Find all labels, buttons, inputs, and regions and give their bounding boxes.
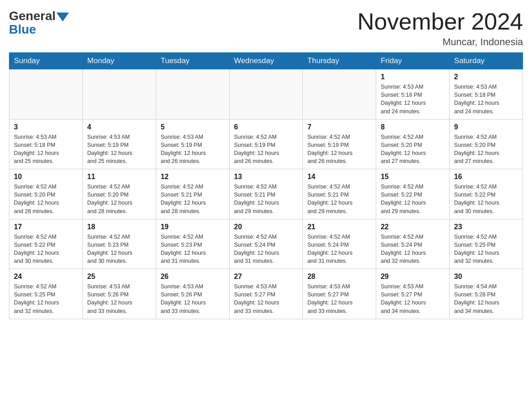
calendar-cell: 6Sunrise: 4:52 AM Sunset: 5:19 PM Daylig… [229, 119, 303, 169]
day-number: 4 [87, 123, 151, 131]
day-number: 13 [234, 173, 298, 181]
day-number: 28 [307, 273, 371, 281]
day-number: 10 [14, 173, 78, 181]
day-info: Sunrise: 4:52 AM Sunset: 5:24 PM Dayligh… [307, 233, 371, 265]
day-number: 8 [381, 123, 445, 131]
month-year-title: November 2024 [357, 9, 523, 34]
week-row-1: 1Sunrise: 4:53 AM Sunset: 5:18 PM Daylig… [9, 69, 523, 120]
day-info: Sunrise: 4:52 AM Sunset: 5:21 PM Dayligh… [234, 183, 298, 215]
calendar-table: SundayMondayTuesdayWednesdayThursdayFrid… [9, 52, 523, 319]
calendar-cell: 3Sunrise: 4:53 AM Sunset: 5:18 PM Daylig… [9, 119, 83, 169]
day-number: 3 [14, 123, 78, 131]
calendar-cell: 4Sunrise: 4:53 AM Sunset: 5:19 PM Daylig… [82, 119, 156, 169]
calendar-cell: 23Sunrise: 4:52 AM Sunset: 5:25 PM Dayli… [450, 219, 523, 269]
day-info: Sunrise: 4:52 AM Sunset: 5:20 PM Dayligh… [87, 183, 151, 215]
calendar-cell: 26Sunrise: 4:53 AM Sunset: 5:26 PM Dayli… [156, 269, 229, 319]
day-number: 19 [161, 223, 225, 231]
calendar-cell: 18Sunrise: 4:52 AM Sunset: 5:23 PM Dayli… [82, 219, 156, 269]
day-info: Sunrise: 4:52 AM Sunset: 5:20 PM Dayligh… [381, 133, 445, 166]
calendar-cell: 27Sunrise: 4:53 AM Sunset: 5:27 PM Dayli… [229, 269, 303, 319]
day-number: 9 [454, 123, 518, 131]
day-info: Sunrise: 4:53 AM Sunset: 5:27 PM Dayligh… [307, 283, 371, 315]
calendar-cell: 20Sunrise: 4:52 AM Sunset: 5:24 PM Dayli… [229, 219, 303, 269]
calendar-cell: 10Sunrise: 4:52 AM Sunset: 5:20 PM Dayli… [9, 169, 83, 219]
calendar-cell: 7Sunrise: 4:52 AM Sunset: 5:19 PM Daylig… [303, 119, 376, 169]
day-number: 14 [307, 173, 371, 181]
day-number: 23 [454, 223, 518, 231]
day-info: Sunrise: 4:53 AM Sunset: 5:18 PM Dayligh… [14, 133, 78, 166]
logo: General Blue [9, 9, 69, 37]
week-row-3: 10Sunrise: 4:52 AM Sunset: 5:20 PM Dayli… [9, 169, 523, 219]
logo-blue-text: Blue [9, 22, 36, 37]
day-info: Sunrise: 4:52 AM Sunset: 5:19 PM Dayligh… [307, 133, 371, 166]
day-info: Sunrise: 4:52 AM Sunset: 5:20 PM Dayligh… [454, 133, 518, 166]
day-info: Sunrise: 4:53 AM Sunset: 5:27 PM Dayligh… [234, 283, 298, 315]
calendar-cell: 9Sunrise: 4:52 AM Sunset: 5:20 PM Daylig… [450, 119, 523, 169]
calendar-cell: 16Sunrise: 4:52 AM Sunset: 5:22 PM Dayli… [450, 169, 523, 219]
day-number: 11 [87, 173, 151, 181]
day-info: Sunrise: 4:52 AM Sunset: 5:23 PM Dayligh… [87, 233, 151, 265]
day-info: Sunrise: 4:52 AM Sunset: 5:22 PM Dayligh… [14, 233, 78, 265]
day-number: 29 [381, 273, 445, 281]
day-number: 12 [161, 173, 225, 181]
page-header: General Blue November 2024 Muncar, Indon… [9, 9, 523, 48]
day-number: 25 [87, 273, 151, 281]
day-number: 22 [381, 223, 445, 231]
day-info: Sunrise: 4:52 AM Sunset: 5:25 PM Dayligh… [454, 233, 518, 265]
calendar-cell: 30Sunrise: 4:54 AM Sunset: 5:28 PM Dayli… [450, 269, 523, 319]
day-info: Sunrise: 4:52 AM Sunset: 5:22 PM Dayligh… [381, 183, 445, 215]
day-info: Sunrise: 4:53 AM Sunset: 5:26 PM Dayligh… [161, 283, 225, 315]
calendar-cell [303, 69, 376, 120]
calendar-header-friday: Friday [376, 53, 450, 69]
calendar-header-thursday: Thursday [303, 53, 376, 69]
day-info: Sunrise: 4:52 AM Sunset: 5:24 PM Dayligh… [381, 233, 445, 265]
calendar-header-wednesday: Wednesday [229, 53, 303, 69]
calendar-header-saturday: Saturday [450, 53, 523, 69]
calendar-cell: 29Sunrise: 4:53 AM Sunset: 5:27 PM Dayli… [376, 269, 450, 319]
day-number: 26 [161, 273, 225, 281]
day-number: 6 [234, 123, 298, 131]
logo-general-text: General [9, 9, 56, 23]
calendar-cell: 1Sunrise: 4:53 AM Sunset: 5:18 PM Daylig… [376, 69, 450, 120]
day-info: Sunrise: 4:53 AM Sunset: 5:26 PM Dayligh… [87, 283, 151, 315]
day-number: 30 [454, 273, 518, 281]
logo-triangle-icon [56, 13, 69, 21]
day-number: 27 [234, 273, 298, 281]
day-number: 24 [14, 273, 78, 281]
day-info: Sunrise: 4:52 AM Sunset: 5:20 PM Dayligh… [14, 183, 78, 215]
calendar-cell: 15Sunrise: 4:52 AM Sunset: 5:22 PM Dayli… [376, 169, 450, 219]
day-number: 15 [381, 173, 445, 181]
title-area: November 2024 Muncar, Indonesia [357, 9, 523, 48]
week-row-2: 3Sunrise: 4:53 AM Sunset: 5:18 PM Daylig… [9, 119, 523, 169]
calendar-cell: 13Sunrise: 4:52 AM Sunset: 5:21 PM Dayli… [229, 169, 303, 219]
calendar-cell: 17Sunrise: 4:52 AM Sunset: 5:22 PM Dayli… [9, 219, 83, 269]
calendar-cell: 24Sunrise: 4:52 AM Sunset: 5:25 PM Dayli… [9, 269, 83, 319]
calendar-cell [229, 69, 303, 120]
day-info: Sunrise: 4:52 AM Sunset: 5:21 PM Dayligh… [161, 183, 225, 215]
day-info: Sunrise: 4:53 AM Sunset: 5:19 PM Dayligh… [161, 133, 225, 166]
day-info: Sunrise: 4:53 AM Sunset: 5:27 PM Dayligh… [381, 283, 445, 315]
day-info: Sunrise: 4:52 AM Sunset: 5:21 PM Dayligh… [307, 183, 371, 215]
location-subtitle: Muncar, Indonesia [357, 36, 523, 48]
day-info: Sunrise: 4:52 AM Sunset: 5:22 PM Dayligh… [454, 183, 518, 215]
day-info: Sunrise: 4:53 AM Sunset: 5:19 PM Dayligh… [87, 133, 151, 166]
day-number: 7 [307, 123, 371, 131]
calendar-cell: 28Sunrise: 4:53 AM Sunset: 5:27 PM Dayli… [303, 269, 376, 319]
calendar-cell: 11Sunrise: 4:52 AM Sunset: 5:20 PM Dayli… [82, 169, 156, 219]
day-number: 21 [307, 223, 371, 231]
calendar-cell [82, 69, 156, 120]
calendar-cell: 2Sunrise: 4:53 AM Sunset: 5:18 PM Daylig… [450, 69, 523, 120]
calendar-cell: 21Sunrise: 4:52 AM Sunset: 5:24 PM Dayli… [303, 219, 376, 269]
calendar-header-sunday: Sunday [9, 53, 83, 69]
calendar-cell [9, 69, 83, 120]
week-row-5: 24Sunrise: 4:52 AM Sunset: 5:25 PM Dayli… [9, 269, 523, 319]
day-number: 20 [234, 223, 298, 231]
calendar-cell: 22Sunrise: 4:52 AM Sunset: 5:24 PM Dayli… [376, 219, 450, 269]
calendar-header-monday: Monday [82, 53, 156, 69]
day-info: Sunrise: 4:52 AM Sunset: 5:24 PM Dayligh… [234, 233, 298, 265]
calendar-cell [156, 69, 229, 120]
day-number: 2 [454, 73, 518, 81]
calendar-cell: 14Sunrise: 4:52 AM Sunset: 5:21 PM Dayli… [303, 169, 376, 219]
day-number: 1 [381, 73, 445, 81]
day-info: Sunrise: 4:53 AM Sunset: 5:18 PM Dayligh… [381, 83, 445, 116]
